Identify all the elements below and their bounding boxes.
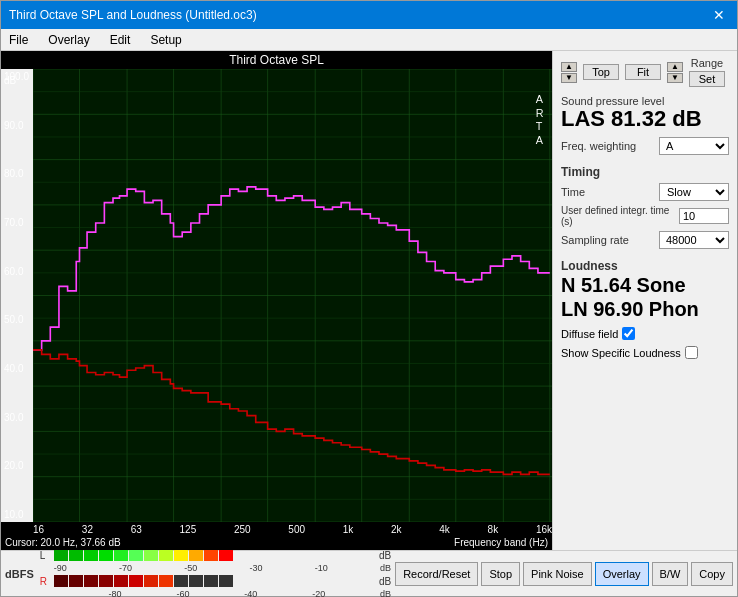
bw-button[interactable]: B/W xyxy=(652,562,689,586)
r-level-seg-4 xyxy=(99,575,113,587)
r-level-seg-8 xyxy=(159,575,173,587)
chart-plot[interactable]: A R T A xyxy=(33,69,552,522)
r-db-label: dB xyxy=(379,576,391,587)
y-label-db: dB xyxy=(4,75,16,86)
main-content: Third Octave SPL dB 100.0 90.0 80.0 70.0… xyxy=(1,51,737,550)
label-30: -30 xyxy=(250,563,263,573)
level-seg-7 xyxy=(144,549,158,561)
y-val-10: 10.0 xyxy=(4,509,30,520)
level-seg-11 xyxy=(204,549,218,561)
level-seg-10 xyxy=(189,549,203,561)
chart-title: Third Octave SPL xyxy=(1,51,552,69)
menu-edit[interactable]: Edit xyxy=(106,32,135,48)
sampling-rate-select[interactable]: 44100 48000 96000 xyxy=(659,231,729,249)
loudness-ln-value: LN 96.90 Phon xyxy=(561,297,729,321)
set-button[interactable]: Set xyxy=(689,71,725,87)
x-label-4k: 4k xyxy=(439,524,450,535)
pink-noise-button[interactable]: Pink Noise xyxy=(523,562,592,586)
menu-file[interactable]: File xyxy=(5,32,32,48)
r-channel-row: R dB xyxy=(40,574,391,588)
range-up-button[interactable]: ▲ xyxy=(667,62,683,72)
x-axis-labels: 16 32 63 125 250 500 1k 2k 4k 8k 16k xyxy=(1,522,552,535)
loudness-n-value: N 51.64 Sone xyxy=(561,273,729,297)
range-down-button[interactable]: ▼ xyxy=(667,73,683,83)
user-defined-row: User defined integr. time (s) 10 xyxy=(561,205,729,227)
level-seg-6 xyxy=(129,549,143,561)
freq-weight-row: Freq. weighting A B C Z xyxy=(561,137,729,155)
cursor-info: Cursor: 20.0 Hz, 37.66 dB Frequency band… xyxy=(1,535,552,550)
r-level-seg-1 xyxy=(54,575,68,587)
x-label-16k: 16k xyxy=(536,524,552,535)
main-window: Third Octave SPL and Loudness (Untitled.… xyxy=(0,0,738,597)
fit-button[interactable]: Fit xyxy=(625,64,661,80)
dbfs-label: dBFS xyxy=(5,568,34,580)
label-10: -10 xyxy=(315,563,328,573)
top-controls-row: ▲ ▼ Top Fit ▲ ▼ Range Set xyxy=(561,57,729,87)
label-90: -90 xyxy=(54,563,67,573)
r-level-seg-12 xyxy=(219,575,233,587)
spl-section: Sound pressure level LAS 81.32 dB xyxy=(561,95,729,131)
timing-title: Timing xyxy=(561,165,729,179)
top-up-button[interactable]: ▲ xyxy=(561,62,577,72)
y-axis-labels: dB 100.0 90.0 80.0 70.0 60.0 50.0 40.0 3… xyxy=(1,69,33,522)
r-level-seg-11 xyxy=(204,575,218,587)
freq-weight-label: Freq. weighting xyxy=(561,140,636,152)
y-val-80: 80.0 xyxy=(4,168,30,179)
timing-section: Timing Time Slow Fast Impulse User defin… xyxy=(561,161,729,249)
x-label-2k: 2k xyxy=(391,524,402,535)
overlay-button[interactable]: Overlay xyxy=(595,562,649,586)
top-down-button[interactable]: ▼ xyxy=(561,73,577,83)
label-70: -70 xyxy=(119,563,132,573)
loudness-section: Loudness N 51.64 Sone LN 96.90 Phon xyxy=(561,255,729,321)
r-channel-label: R xyxy=(40,576,52,587)
diffuse-field-row: Diffuse field xyxy=(561,327,729,340)
y-val-60: 60.0 xyxy=(4,266,30,277)
label-50: -50 xyxy=(184,563,197,573)
x-label-250: 250 xyxy=(234,524,251,535)
label-60: -60 xyxy=(176,589,189,597)
menu-setup[interactable]: Setup xyxy=(146,32,185,48)
copy-button[interactable]: Copy xyxy=(691,562,733,586)
level-seg-4 xyxy=(99,549,113,561)
freq-weight-select[interactable]: A B C Z xyxy=(659,137,729,155)
l-level-bar xyxy=(54,548,375,562)
bottom-buttons: Record/Reset Stop Pink Noise Overlay B/W… xyxy=(395,562,733,586)
close-button[interactable]: ✕ xyxy=(709,7,729,23)
r-level-seg-10 xyxy=(189,575,203,587)
svg-text:T: T xyxy=(536,120,543,132)
record-reset-button[interactable]: Record/Reset xyxy=(395,562,478,586)
menu-bar: File Overlay Edit Setup xyxy=(1,29,737,51)
user-defined-label: User defined integr. time (s) xyxy=(561,205,679,227)
level-seg-8 xyxy=(159,549,173,561)
loudness-title: Loudness xyxy=(561,259,729,273)
cursor-text: Cursor: 20.0 Hz, 37.66 dB xyxy=(5,537,121,548)
level-seg-1 xyxy=(54,549,68,561)
level-seg-5 xyxy=(114,549,128,561)
menu-overlay[interactable]: Overlay xyxy=(44,32,93,48)
right-panel: ▲ ▼ Top Fit ▲ ▼ Range Set Sound pressure… xyxy=(552,51,737,550)
label-40: -40 xyxy=(244,589,257,597)
l-db-label: dB xyxy=(379,550,391,561)
diffuse-field-checkbox[interactable] xyxy=(622,327,635,340)
r-level-seg-2 xyxy=(69,575,83,587)
x-label-16: 16 xyxy=(33,524,44,535)
spl-value: LAS 81.32 dB xyxy=(561,107,729,131)
time-select[interactable]: Slow Fast Impulse xyxy=(659,183,729,201)
y-val-50: 50.0 xyxy=(4,314,30,325)
label-80b: -80 xyxy=(109,589,122,597)
level-labels-bottom: -80 -60 -40 -20 dB xyxy=(40,589,391,597)
l-channel-label: L xyxy=(40,550,52,561)
chart-canvas-area: dB 100.0 90.0 80.0 70.0 60.0 50.0 40.0 3… xyxy=(1,69,552,522)
time-label: Time xyxy=(561,186,585,198)
top-button[interactable]: Top xyxy=(583,64,619,80)
time-row: Time Slow Fast Impulse xyxy=(561,183,729,201)
user-defined-input[interactable]: 10 xyxy=(679,208,729,224)
level-meter-group: L dB xyxy=(40,548,391,597)
x-axis-title: Frequency band (Hz) xyxy=(454,537,548,548)
r-level-seg-5 xyxy=(114,575,128,587)
show-specific-checkbox[interactable] xyxy=(685,346,698,359)
y-val-90: 90.0 xyxy=(4,120,30,131)
r-level-seg-7 xyxy=(144,575,158,587)
label-20: -20 xyxy=(312,589,325,597)
stop-button[interactable]: Stop xyxy=(481,562,520,586)
